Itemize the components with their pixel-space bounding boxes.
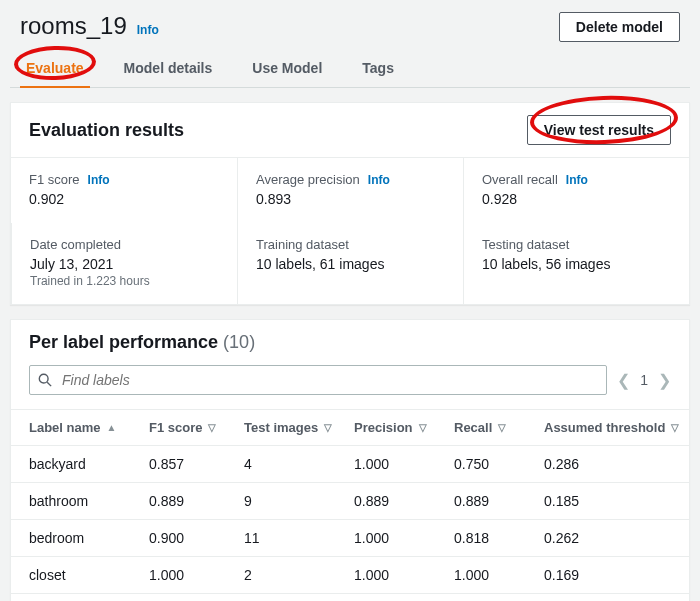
testing-dataset-label: Testing dataset: [482, 237, 569, 252]
view-test-results-button[interactable]: View test results: [527, 115, 671, 145]
page-title: rooms_19: [20, 12, 127, 40]
f1-score-label: F1 score: [29, 172, 80, 187]
cell-precision: 1.000: [354, 567, 454, 583]
cell-threshold: 0.286: [544, 456, 684, 472]
sort-icon: ▽: [324, 422, 332, 433]
sort-icon: ▽: [671, 422, 679, 433]
table-row: bedroom0.900111.0000.8180.262: [11, 519, 689, 556]
cell-f1: 1.000: [149, 567, 244, 583]
table-row: bathroom0.88990.8890.8890.185: [11, 482, 689, 519]
svg-point-0: [39, 374, 48, 383]
cell-threshold: 0.185: [544, 493, 684, 509]
sort-icon: ▽: [208, 422, 216, 433]
cell-recall: 0.818: [454, 530, 544, 546]
pagination: ❮ 1 ❯: [617, 371, 671, 390]
table-row: backyard0.85741.0000.7500.286: [11, 445, 689, 482]
svg-line-1: [47, 382, 51, 386]
date-completed-label: Date completed: [30, 237, 121, 252]
col-f1-score[interactable]: F1 score▽: [149, 420, 244, 435]
header-info-link[interactable]: Info: [137, 23, 159, 37]
search-icon: [38, 373, 52, 387]
f1-info-link[interactable]: Info: [88, 173, 110, 187]
cell-precision: 1.000: [354, 456, 454, 472]
evaluation-results-title: Evaluation results: [29, 120, 184, 141]
cell-label: backyard: [29, 456, 149, 472]
avg-precision-label: Average precision: [256, 172, 360, 187]
cell-test: 2: [244, 567, 354, 583]
cell-recall: 0.750: [454, 456, 544, 472]
sort-icon: ▽: [419, 422, 427, 433]
tab-use-model[interactable]: Use Model: [246, 50, 328, 87]
cell-precision: 1.000: [354, 530, 454, 546]
trained-duration: Trained in 1.223 hours: [30, 274, 219, 288]
date-completed-value: July 13, 2021: [30, 256, 219, 272]
table-row: closet1.00021.0001.0000.169: [11, 556, 689, 593]
table-body: backyard0.85741.0000.7500.286bathroom0.8…: [11, 445, 689, 601]
find-labels-search[interactable]: [29, 365, 607, 395]
cell-label: bedroom: [29, 530, 149, 546]
col-precision[interactable]: Precision▽: [354, 420, 454, 435]
col-recall[interactable]: Recall▽: [454, 420, 544, 435]
cell-threshold: 0.262: [544, 530, 684, 546]
tab-model-details[interactable]: Model details: [118, 50, 219, 87]
delete-model-button[interactable]: Delete model: [559, 12, 680, 42]
cell-test: 9: [244, 493, 354, 509]
overall-recall-label: Overall recall: [482, 172, 558, 187]
cell-precision: 0.889: [354, 493, 454, 509]
tab-evaluate[interactable]: Evaluate: [20, 50, 90, 88]
sort-asc-icon: ▲: [107, 422, 117, 433]
cell-label: closet: [29, 567, 149, 583]
table-header: Label name▲ F1 score▽ Test images▽ Preci…: [11, 409, 689, 445]
per-label-title: Per label performance: [29, 332, 218, 352]
testing-dataset-value: 10 labels, 56 images: [482, 256, 671, 272]
table-row: entry_way1.00031.0001.0000.149: [11, 593, 689, 601]
evaluation-results-panel: Evaluation results View test results F1 …: [10, 102, 690, 305]
training-dataset-value: 10 labels, 61 images: [256, 256, 445, 272]
cell-label: bathroom: [29, 493, 149, 509]
avg-precision-value: 0.893: [256, 191, 445, 207]
col-assumed-threshold[interactable]: Assumed threshold▽: [544, 420, 684, 435]
cell-test: 11: [244, 530, 354, 546]
cell-f1: 0.889: [149, 493, 244, 509]
col-label-name[interactable]: Label name▲: [29, 420, 149, 435]
per-label-count: (10): [223, 332, 255, 352]
page-number: 1: [640, 372, 648, 388]
prev-page-button[interactable]: ❮: [617, 371, 630, 390]
cell-threshold: 0.169: [544, 567, 684, 583]
overall-recall-info-link[interactable]: Info: [566, 173, 588, 187]
cell-recall: 0.889: [454, 493, 544, 509]
tab-bar: Evaluate Model details Use Model Tags: [10, 50, 690, 88]
tab-tags[interactable]: Tags: [356, 50, 400, 87]
col-test-images[interactable]: Test images▽: [244, 420, 354, 435]
f1-score-value: 0.902: [29, 191, 219, 207]
training-dataset-label: Training dataset: [256, 237, 349, 252]
find-labels-input[interactable]: [60, 371, 598, 389]
cell-test: 4: [244, 456, 354, 472]
sort-icon: ▽: [498, 422, 506, 433]
avg-precision-info-link[interactable]: Info: [368, 173, 390, 187]
overall-recall-value: 0.928: [482, 191, 671, 207]
next-page-button[interactable]: ❯: [658, 371, 671, 390]
cell-f1: 0.900: [149, 530, 244, 546]
cell-recall: 1.000: [454, 567, 544, 583]
cell-f1: 0.857: [149, 456, 244, 472]
per-label-performance-panel: Per label performance (10) ❮ 1 ❯ Label n…: [10, 319, 690, 601]
